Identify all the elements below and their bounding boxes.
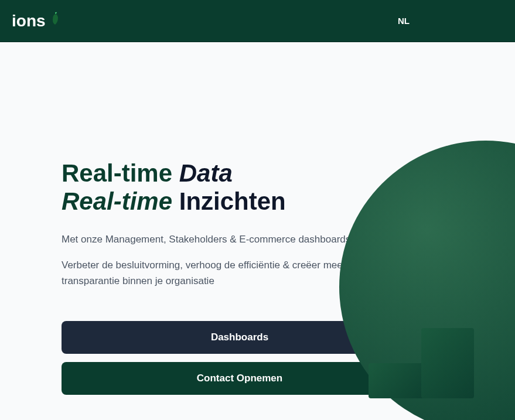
heading-part4: Inzichten [179,187,286,215]
button-group: Dashboards Contact Opnemen [62,321,418,395]
hero-subtitle: Met onze Management, Stakeholders & E-co… [62,234,413,245]
contact-button[interactable]: Contact Opnemen [62,362,418,395]
heading-part1: Real-time [62,159,172,187]
main-content: Real-time Data Real-time Inzichten Met o… [0,42,515,395]
heading-part2: Data [179,159,233,187]
logo-section[interactable]: ions [12,12,61,30]
chili-icon [49,12,61,26]
hero-description: Verbeter de besluitvorming, verhoog de e… [62,257,390,289]
language-selector[interactable]: NL [398,16,410,26]
dashboards-button[interactable]: Dashboards [62,321,418,354]
heading-part3: Real-time [62,187,172,215]
navbar: ions NL [0,0,515,42]
hero-heading: Real-time Data Real-time Inzichten [62,159,515,216]
logo-text: ions [12,12,46,30]
